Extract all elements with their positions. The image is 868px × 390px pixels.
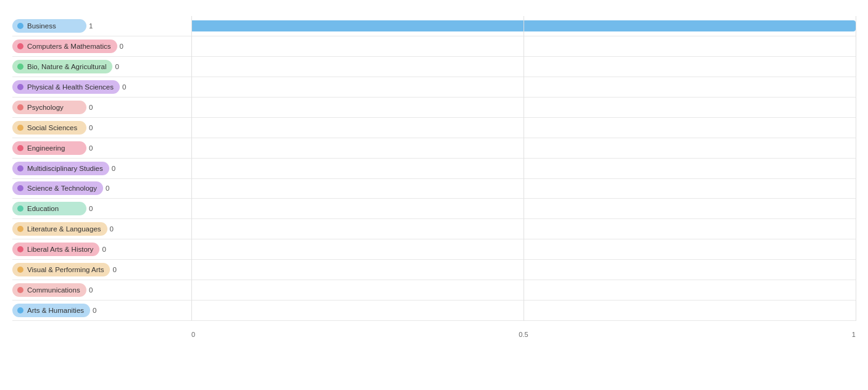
grid-line [524,16,524,321]
x-axis-label: 0 [191,331,195,338]
bar-row: Computers & Mathematics0 [12,36,856,57]
bar-value: 0 [106,185,115,192]
bar-label: Engineering [27,144,65,152]
bar-pill: Computers & Mathematics [12,39,117,53]
bar-row: Social Sciences0 [12,118,856,138]
bar-label-container: Visual & Performing Arts0 [12,260,191,280]
bar-dot-icon [17,165,23,172]
bar-row: Business1 [12,16,856,36]
bar-label-container: Business1 [12,16,191,36]
bar-row: Literature & Languages0 [12,219,856,239]
bar-value: 0 [89,205,99,212]
bar-value: 1 [89,22,99,30]
bar-row: Arts & Humanities0 [12,301,856,321]
chart-container: Business1Computers & Mathematics0Bio, Na… [0,0,868,390]
bar-pill: Engineering [12,141,86,155]
bar-value: 0 [89,124,99,131]
bar-label: Science & Technology [27,185,97,192]
bar-label-container: Communications0 [12,280,191,300]
bar-label-container: Psychology0 [12,98,191,117]
bar-label-container: Science & Technology0 [12,179,191,199]
bar-row: Psychology0 [12,98,856,118]
bar-dot-icon [17,307,23,313]
bar-label-container: Bio, Nature & Agricultural0 [12,57,191,77]
x-axis: 00.51 [191,331,856,338]
bar-pill: Multidisciplinary Studies [12,162,109,175]
bar-pill: Literature & Languages [12,222,107,236]
bar-label: Liberal Arts & History [27,246,93,253]
bar-label: Bio, Nature & Agricultural [27,63,106,70]
bar-value: 0 [112,165,122,172]
bar-dot-icon [17,23,23,29]
bar-label: Business [27,22,56,30]
bar-row: Liberal Arts & History0 [12,239,856,260]
x-axis-label: 0.5 [519,331,528,338]
bar-pill: Liberal Arts & History [12,243,99,256]
bar-dot-icon [17,64,23,70]
bar-row: Physical & Health Sciences0 [12,77,856,98]
bar-value: 0 [89,144,99,152]
bar-label: Multidisciplinary Studies [27,165,103,172]
bar-dot-icon [17,185,23,191]
bar-pill: Education [12,202,86,215]
bar-label-container: Arts & Humanities0 [12,301,191,320]
bar-value: 0 [102,246,112,253]
bar-label: Social Sciences [27,124,77,131]
bar-label-container: Literature & Languages0 [12,219,191,239]
bar-pill: Science & Technology [12,181,103,195]
bar-dot-icon [17,84,23,90]
bar-label-container: Computers & Mathematics0 [12,36,191,56]
bar-value: 0 [115,63,125,70]
bar-label: Psychology [27,104,64,111]
bar-row: Engineering0 [12,138,856,159]
bar-label: Communications [27,286,80,294]
bar-dot-icon [17,246,23,252]
bar-pill: Psychology [12,101,86,114]
bar-pill: Arts & Humanities [12,304,90,317]
bar-dot-icon [17,145,23,151]
bar-label: Computers & Mathematics [27,43,111,50]
bar-label-container: Education0 [12,199,191,218]
bar-row: Science & Technology0 [12,179,856,199]
bar-row: Visual & Performing Arts0 [12,260,856,280]
bar-dot-icon [17,267,23,273]
bar-dot-icon [17,287,23,293]
grid-line [191,16,192,321]
bar-value: 0 [112,266,122,273]
grid-line [856,16,856,321]
bar-pill: Social Sciences [12,121,86,135]
bar-value: 0 [122,83,132,91]
bar-dot-icon [17,125,23,131]
bar-value: 0 [89,286,99,294]
bar-row: Communications0 [12,280,856,301]
bar-label-container: Multidisciplinary Studies0 [12,159,191,178]
bar-label-container: Engineering0 [12,138,191,158]
bar-pill: Bio, Nature & Agricultural [12,60,112,73]
bar-row: Multidisciplinary Studies0 [12,159,856,179]
bar-pill: Business [12,19,86,33]
bar-value: 0 [110,225,120,233]
bar-dot-icon [17,43,23,49]
bar-dot-icon [17,104,23,110]
bar-pill: Visual & Performing Arts [12,263,110,276]
bars-section: Business1Computers & Mathematics0Bio, Na… [12,16,856,321]
bar-label: Arts & Humanities [27,307,84,314]
bar-row: Bio, Nature & Agricultural0 [12,57,856,77]
bar-label: Visual & Performing Arts [27,266,104,273]
bar-value: 0 [120,43,130,50]
bar-label-container: Social Sciences0 [12,118,191,138]
bar-value: 0 [93,307,102,314]
bar-label: Literature & Languages [27,225,101,233]
bar-label: Education [27,205,59,212]
chart-area: Business1Computers & Mathematics0Bio, Na… [12,16,856,338]
bar-pill: Physical & Health Sciences [12,80,120,94]
bar-value: 0 [89,104,99,111]
bar-label-container: Liberal Arts & History0 [12,239,191,259]
bar-label-container: Physical & Health Sciences0 [12,77,191,97]
bar-label: Physical & Health Sciences [27,83,114,91]
bar-dot-icon [17,205,23,212]
bar-pill: Communications [12,283,86,297]
bar-row: Education0 [12,199,856,219]
bar-dot-icon [17,226,23,232]
x-axis-label: 1 [852,331,856,338]
